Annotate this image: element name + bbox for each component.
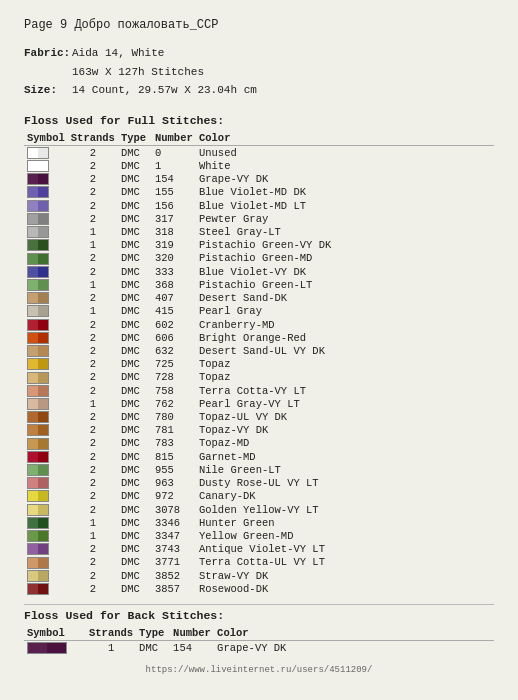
symbol-cell xyxy=(24,358,68,371)
color-cell: Terra Cotta-UL VY LT xyxy=(196,556,494,569)
strands-cell: 2 xyxy=(68,477,118,490)
number-cell: 368 xyxy=(152,278,196,291)
number-cell: 407 xyxy=(152,291,196,304)
table-row: 2DMC725Topaz xyxy=(24,358,494,371)
strands-cell: 2 xyxy=(68,146,118,160)
table-row: 2DMC154Grape-VY DK xyxy=(24,173,494,186)
strands-cell: 2 xyxy=(68,371,118,384)
color-cell: White xyxy=(196,159,494,172)
color-cell: Antique Violet-VY LT xyxy=(196,543,494,556)
symbol-cell xyxy=(24,477,68,490)
strands-cell: 2 xyxy=(68,212,118,225)
fabric-section: Fabric: Aida 14, White 163w X 127h Stitc… xyxy=(24,44,494,100)
strands-cell: 2 xyxy=(68,463,118,476)
number-cell: 963 xyxy=(152,477,196,490)
type-cell: DMC xyxy=(118,503,152,516)
number-cell: 3771 xyxy=(152,556,196,569)
back-table-row: 1DMC154Grape-VY DK xyxy=(24,640,494,655)
color-cell: Desert Sand-UL VY DK xyxy=(196,344,494,357)
type-cell: DMC xyxy=(118,305,152,318)
strands-cell: 2 xyxy=(68,265,118,278)
table-row: 2DMC963Dusty Rose-UL VY LT xyxy=(24,477,494,490)
type-cell: DMC xyxy=(118,252,152,265)
back-stitches-table: Symbol Strands Type Number Color 1DMC154… xyxy=(24,626,494,655)
symbol-cell xyxy=(24,437,68,450)
number-cell: 155 xyxy=(152,186,196,199)
color-cell: Pistachio Green-VY DK xyxy=(196,239,494,252)
symbol-cell xyxy=(24,490,68,503)
col-number: Number xyxy=(152,131,196,146)
strands-cell: 2 xyxy=(68,503,118,516)
strands-cell: 1 xyxy=(68,239,118,252)
number-cell: 815 xyxy=(152,450,196,463)
symbol-cell xyxy=(24,371,68,384)
type-cell: DMC xyxy=(118,477,152,490)
number-cell: 762 xyxy=(152,397,196,410)
symbol-cell xyxy=(24,291,68,304)
symbol-cell xyxy=(24,503,68,516)
type-cell: DMC xyxy=(118,437,152,450)
strands-cell: 2 xyxy=(68,569,118,582)
number-cell: 154 xyxy=(152,173,196,186)
symbol-cell xyxy=(24,384,68,397)
symbol-cell xyxy=(24,450,68,463)
type-cell: DMC xyxy=(118,529,152,542)
strands-cell: 2 xyxy=(68,159,118,172)
table-row: 2DMC815Garnet-MD xyxy=(24,450,494,463)
number-cell: 3347 xyxy=(152,529,196,542)
color-cell: Steel Gray-LT xyxy=(196,225,494,238)
strands-cell: 2 xyxy=(68,358,118,371)
table-row: 2DMC3852Straw-VY DK xyxy=(24,569,494,582)
table-row: 2DMC606Bright Orange-Red xyxy=(24,331,494,344)
symbol-cell xyxy=(24,397,68,410)
type-cell: DMC xyxy=(118,239,152,252)
type-cell: DMC xyxy=(118,384,152,397)
strands-cell: 2 xyxy=(68,410,118,423)
back-col-strands: Strands xyxy=(86,626,136,641)
symbol-cell xyxy=(24,239,68,252)
color-cell: Blue Violet-MD DK xyxy=(196,186,494,199)
type-cell: DMC xyxy=(118,569,152,582)
table-row: 1DMC319Pistachio Green-VY DK xyxy=(24,239,494,252)
number-cell: 728 xyxy=(152,371,196,384)
number-cell: 780 xyxy=(152,410,196,423)
color-cell: Topaz xyxy=(196,371,494,384)
table-row: 2DMC407Desert Sand-DK xyxy=(24,291,494,304)
table-row: 2DMC3078Golden Yellow-VY LT xyxy=(24,503,494,516)
table-row: 1DMC3347Yellow Green-MD xyxy=(24,529,494,542)
page-header: Page 9 Добро пожаловать_ССР xyxy=(24,18,494,32)
fabric-val1: Aida 14, White xyxy=(72,44,494,63)
symbol-cell xyxy=(24,582,68,595)
strands-cell: 1 xyxy=(68,305,118,318)
type-cell: DMC xyxy=(118,173,152,186)
strands-cell: 2 xyxy=(68,318,118,331)
type-cell: DMC xyxy=(118,278,152,291)
col-strands: Strands xyxy=(68,131,118,146)
back-color-cell: Grape-VY DK xyxy=(214,640,494,655)
color-cell: Pearl Gray-VY LT xyxy=(196,397,494,410)
table-row: 2DMC3771Terra Cotta-UL VY LT xyxy=(24,556,494,569)
size-val: 14 Count, 29.57w X 23.04h cm xyxy=(72,81,494,100)
type-cell: DMC xyxy=(118,371,152,384)
color-cell: Golden Yellow-VY LT xyxy=(196,503,494,516)
back-number-cell: 154 xyxy=(170,640,214,655)
symbol-cell xyxy=(24,463,68,476)
number-cell: 319 xyxy=(152,239,196,252)
type-cell: DMC xyxy=(118,358,152,371)
fabric-val2: 163w X 127h Stitches xyxy=(72,63,494,82)
table-row: 2DMC781Topaz-VY DK xyxy=(24,424,494,437)
col-color: Color xyxy=(196,131,494,146)
full-stitches-table: Symbol Strands Type Number Color 2DMC0Un… xyxy=(24,131,494,595)
symbol-cell xyxy=(24,331,68,344)
number-cell: 1 xyxy=(152,159,196,172)
color-cell: Unused xyxy=(196,146,494,160)
symbol-cell xyxy=(24,186,68,199)
number-cell: 783 xyxy=(152,437,196,450)
symbol-cell xyxy=(24,225,68,238)
type-cell: DMC xyxy=(118,199,152,212)
symbol-cell xyxy=(24,344,68,357)
symbol-cell xyxy=(24,278,68,291)
type-cell: DMC xyxy=(118,159,152,172)
back-stitches-section: Floss Used for Back Stitches: Symbol Str… xyxy=(24,609,494,655)
strands-cell: 2 xyxy=(68,186,118,199)
